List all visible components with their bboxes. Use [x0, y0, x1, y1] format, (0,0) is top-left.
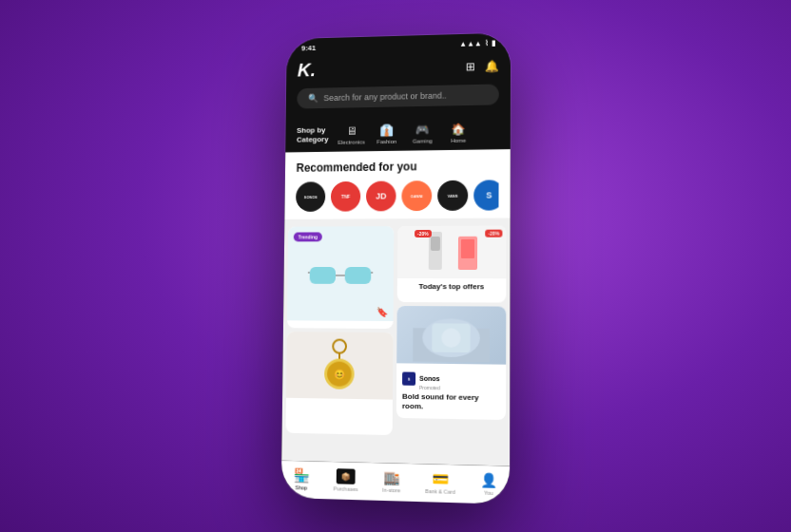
- app-header: K. ⊞ 🔔 🔍 Search for any product or brand…: [286, 50, 511, 118]
- wifi-icon: ⌇: [485, 39, 489, 48]
- discount-badge-1: -20%: [415, 230, 432, 238]
- cat-item-fashion[interactable]: 👔 Fashion: [373, 124, 401, 144]
- cat-item-electronics[interactable]: 🖥 Electronics: [338, 124, 365, 145]
- keychain-image: 😊: [286, 332, 394, 399]
- sunglasses-name: Rectangular sunglasses: [293, 326, 388, 329]
- nav-purchases[interactable]: 📦 Purchases: [334, 468, 358, 492]
- discount-badge-2: -20%: [486, 230, 503, 238]
- bottom-nav: 🏪 Shop 📦 Purchases 🏬 In-store 💳 Bank & C…: [281, 461, 510, 504]
- nav-shop-label: Shop: [296, 484, 308, 490]
- keychain-svg: 😊: [318, 339, 361, 392]
- cat-label-home: Home: [451, 138, 466, 143]
- right-column: -20% -20%: [396, 226, 507, 438]
- home-icon: 🏠: [452, 123, 466, 136]
- trending-badge: Trending: [294, 232, 322, 241]
- notification-bell-icon[interactable]: 🔔: [485, 59, 499, 72]
- svg-point-17: [441, 328, 460, 347]
- recommended-section: Recommended for you SONOS TNF JD GANNI V…: [284, 149, 510, 219]
- top-offers-images: -20% -20%: [397, 226, 507, 279]
- app-logo: K.: [298, 60, 316, 82]
- grid-icon[interactable]: ⊞: [466, 60, 475, 73]
- svg-rect-0: [310, 266, 336, 283]
- top-offers-label: Today's top offers: [403, 282, 501, 293]
- promoted-tag: Promoted: [419, 385, 440, 390]
- you-icon: 👤: [480, 472, 496, 488]
- bank-icon: 💳: [432, 471, 448, 487]
- promoted-image: [396, 306, 506, 365]
- left-column: Trending 🔖: [286, 226, 395, 435]
- svg-rect-11: [431, 237, 440, 251]
- nav-you[interactable]: 👤 You: [480, 472, 496, 496]
- offer-item-2: [453, 232, 482, 275]
- sonos-logo: S: [402, 371, 415, 385]
- sunglasses-image: Trending 🔖: [287, 226, 394, 321]
- cat-item-home[interactable]: 🏠 Home: [444, 123, 473, 143]
- brand-ganni[interactable]: GANNI: [401, 180, 432, 211]
- search-icon: 🔍: [308, 93, 318, 103]
- brand-samsung[interactable]: S: [473, 180, 498, 210]
- main-content: Recommended for you SONOS TNF JD GANNI V…: [281, 149, 510, 466]
- fashion-icon: 👔: [379, 124, 394, 137]
- product-sunglasses[interactable]: Trending 🔖: [287, 226, 394, 329]
- cat-label-gaming: Gaming: [413, 138, 433, 143]
- status-icons: ▲▲▲ ⌇ ▮: [459, 39, 495, 48]
- purchases-icon: 📦: [337, 468, 356, 484]
- nav-bank-label: Bank & Card: [425, 488, 455, 495]
- promoted-image-svg: [413, 309, 490, 362]
- category-items: 🖥 Electronics 👔 Fashion 🎮 Gaming 🏠 Home: [338, 123, 473, 145]
- phone-mockup: 9:41 ▲▲▲ ⌇ ▮ K. ⊞ 🔔 🔍 Sea: [281, 33, 511, 504]
- cat-label-electronics: Electronics: [338, 139, 365, 144]
- brand-sonos[interactable]: SONOS: [296, 181, 325, 212]
- category-nav: Shop by Category 🖥 Electronics 👔 Fashion…: [285, 114, 511, 152]
- promoted-card[interactable]: S Sonos Promoted Bold sound for every ro…: [396, 306, 507, 420]
- sunglasses-info: Rectangular sunglasses $225.00: [287, 320, 394, 328]
- nav-instore-label: In-store: [382, 487, 400, 494]
- nav-shop[interactable]: 🏪 Shop: [294, 467, 310, 491]
- cat-item-gaming[interactable]: 🎮 Gaming: [408, 123, 436, 143]
- bookmark-icon[interactable]: 🔖: [376, 307, 388, 317]
- gaming-icon: 🎮: [415, 124, 430, 137]
- svg-text:😊: 😊: [333, 369, 345, 381]
- nav-bank[interactable]: 💳 Bank & Card: [425, 471, 455, 495]
- offer-item-1: [421, 232, 450, 275]
- shop-icon: 🏪: [294, 467, 310, 484]
- cat-label-fashion: Fashion: [376, 139, 396, 144]
- top-offers-card[interactable]: -20% -20%: [397, 226, 507, 303]
- search-bar[interactable]: 🔍 Search for any product or brand..: [297, 84, 498, 108]
- sunglasses-svg: [308, 257, 374, 291]
- nav-purchases-label: Purchases: [334, 485, 358, 492]
- products-grid: Trending 🔖: [282, 222, 511, 443]
- product-keychain[interactable]: 😊: [286, 332, 394, 436]
- promoted-info: S Sonos Promoted Bold sound for every ro…: [396, 363, 506, 420]
- brand-vans[interactable]: VANS: [437, 180, 468, 211]
- shop-by-label: Shop by Category: [297, 125, 329, 145]
- brand-circles: SONOS TNF JD GANNI VANS S: [296, 180, 498, 212]
- promoted-brand-name: Sonos: [419, 375, 440, 382]
- svg-point-5: [333, 340, 346, 353]
- electronics-icon: 🖥: [346, 124, 357, 138]
- search-placeholder: Search for any product or brand..: [323, 91, 447, 104]
- svg-rect-13: [461, 239, 474, 258]
- phone-screen: 9:41 ▲▲▲ ⌇ ▮ K. ⊞ 🔔 🔍 Sea: [281, 33, 511, 504]
- nav-you-label: You: [484, 490, 493, 496]
- brand-jd[interactable]: JD: [366, 180, 396, 211]
- signal-icon: ▲▲▲: [459, 39, 482, 48]
- nav-instore[interactable]: 🏬 In-store: [382, 469, 400, 493]
- svg-rect-1: [345, 266, 372, 283]
- promoted-description: Bold sound for every room.: [402, 392, 500, 414]
- time: 9:41: [301, 44, 316, 52]
- recommended-title: Recommended for you: [297, 159, 499, 174]
- battery-icon: ▮: [492, 39, 495, 48]
- promoted-brand-row: S Sonos Promoted: [402, 367, 500, 391]
- brand-northface[interactable]: TNF: [331, 181, 361, 212]
- instore-icon: 🏬: [383, 469, 399, 485]
